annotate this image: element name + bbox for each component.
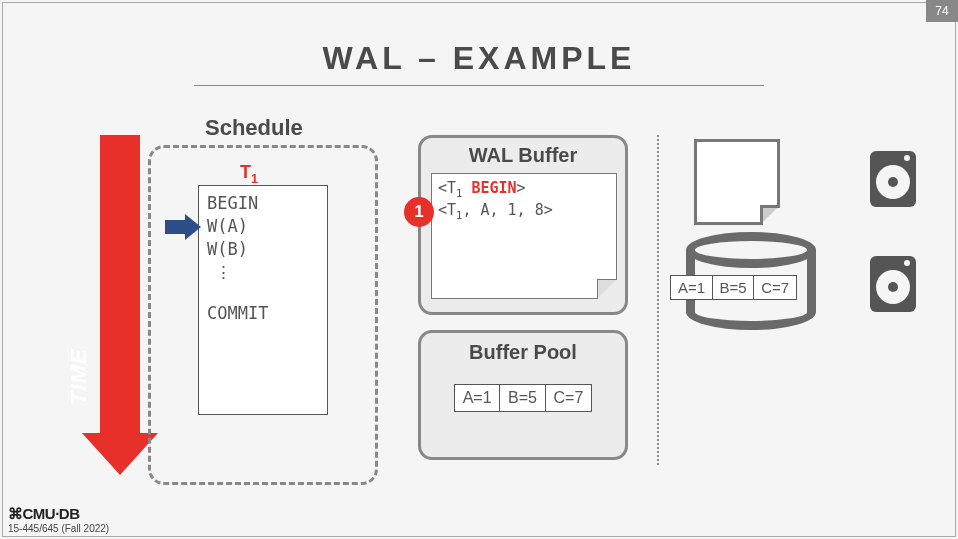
txn-line-wa: W(A) bbox=[207, 215, 319, 238]
page-fold-line bbox=[597, 279, 617, 299]
wal-line-1: <T1 BEGIN> bbox=[438, 178, 610, 200]
time-label: TIME bbox=[66, 348, 92, 405]
time-arrow-head-icon bbox=[82, 433, 158, 475]
buffer-pool-cells: A=1 B=5 C=7 bbox=[431, 384, 615, 412]
disk-icon-2 bbox=[870, 256, 916, 312]
wal-file-icon bbox=[694, 139, 780, 225]
txn-code: BEGIN W(A) W(B) ⋮ COMMIT bbox=[198, 185, 328, 415]
wal-buffer-note: <T1 BEGIN> <T1, A, 1, 8> bbox=[431, 173, 617, 299]
wal-buffer-title: WAL Buffer bbox=[431, 144, 615, 167]
bp-cell-b: B=5 bbox=[499, 384, 546, 412]
buffer-pool-title: Buffer Pool bbox=[431, 341, 615, 364]
memory-disk-separator bbox=[657, 135, 659, 465]
db-cell-c: C=7 bbox=[753, 275, 797, 300]
current-op-arrow-icon bbox=[165, 214, 201, 240]
disk-icon-1 bbox=[870, 151, 916, 207]
time-arrow: TIME bbox=[100, 135, 140, 475]
schedule-label: Schedule bbox=[205, 115, 303, 141]
spacer bbox=[207, 284, 319, 302]
db-cell-b: B=5 bbox=[712, 275, 755, 300]
footer-logo: ⌘CMU·DB bbox=[8, 505, 109, 523]
footer-course: 15-445/645 (Fall 2022) bbox=[8, 523, 109, 534]
bp-cell-c: C=7 bbox=[545, 384, 593, 412]
bp-cell-a: A=1 bbox=[454, 384, 501, 412]
txn-line-begin: BEGIN bbox=[207, 192, 319, 215]
step-badge: 1 bbox=[404, 197, 434, 227]
wal-buffer-card: WAL Buffer <T1 BEGIN> <T1, A, 1, 8> bbox=[418, 135, 628, 315]
time-arrow-body bbox=[100, 135, 140, 435]
db-cell-a: A=1 bbox=[670, 275, 713, 300]
database-cells: A=1 B=5 C=7 bbox=[670, 275, 797, 300]
txn-label: T1 bbox=[240, 162, 258, 186]
txn-line-commit: COMMIT bbox=[207, 302, 319, 325]
txn-line-dots: ⋮ bbox=[207, 261, 319, 284]
buffer-pool-card: Buffer Pool A=1 B=5 C=7 bbox=[418, 330, 628, 460]
page-number: 74 bbox=[926, 0, 958, 22]
footer: ⌘CMU·DB 15-445/645 (Fall 2022) bbox=[8, 505, 109, 534]
wal-line-2: <T1, A, 1, 8> bbox=[438, 200, 610, 222]
txn-line-wb: W(B) bbox=[207, 238, 319, 261]
